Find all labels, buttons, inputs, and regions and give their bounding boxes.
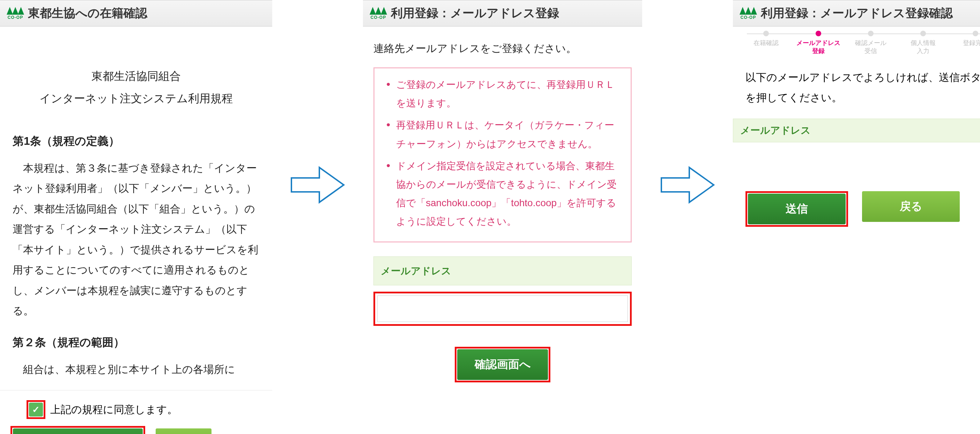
step-label: 登録完了 bbox=[963, 39, 980, 47]
agree-button-highlight: 規程に同意して進む bbox=[11, 426, 145, 434]
panel3-title: 利用登録：メールアドレス登録確認 bbox=[761, 5, 953, 21]
checkbox-highlight: ✓ bbox=[27, 400, 45, 419]
step-item: 登録完了 bbox=[949, 31, 980, 47]
coop-logo-icon: CO-OP bbox=[7, 7, 24, 19]
flow-arrow-2-icon bbox=[656, 0, 719, 216]
panel1-header: CO-OP 東都生協への在籍確認 bbox=[0, 0, 272, 27]
send-button[interactable]: 送信 bbox=[748, 194, 846, 224]
step-dot-icon bbox=[920, 31, 926, 36]
panel2-subtext: 連絡先メールアドレスをご登録ください。 bbox=[374, 38, 632, 58]
to-confirm-button[interactable]: 確認画面へ bbox=[457, 349, 548, 380]
agree-checkbox-icon[interactable]: ✓ bbox=[29, 402, 43, 417]
article1-body: 本規程は、第３条に基づき登録された「インターネット登録利用者」（以下「メンバー」… bbox=[13, 158, 260, 321]
confirm-button-highlight: 確認画面へ bbox=[455, 347, 550, 382]
article1-heading: 第1条（規程の定義） bbox=[13, 130, 260, 152]
step-dot-icon bbox=[763, 31, 769, 36]
back-button[interactable]: 戻る bbox=[156, 428, 212, 434]
step-dot-icon bbox=[868, 31, 873, 36]
email-display-value bbox=[733, 142, 980, 177]
intro-line2: インターネット注文システム利用規程 bbox=[13, 87, 260, 110]
article2-body: 組合は、本規程と別に本サイト上の各場所に bbox=[13, 359, 260, 380]
intro-line1: 東都生活協同組合 bbox=[13, 65, 260, 87]
article2-heading: 第２条（規程の範囲） bbox=[13, 332, 260, 353]
email-input-highlight bbox=[374, 292, 632, 326]
progress-stepper: 在籍確認 メールアドレス 登録 確認メール 受信 個人情報 入力 登録完了 bbox=[733, 27, 980, 58]
agree-proceed-button[interactable]: 規程に同意して進む bbox=[13, 428, 143, 434]
step-label: 在籍確認 bbox=[754, 39, 779, 47]
step-item: 在籍確認 bbox=[740, 31, 792, 47]
panel2-title: 利用登録：メールアドレス登録 bbox=[391, 5, 559, 21]
step-dot-icon bbox=[973, 31, 978, 36]
note-item: ご登録のメールアドレスあてに、再登録用ＵＲＬを送ります。 bbox=[387, 75, 621, 112]
confirm-instruction: 以下のメールアドレスでよろしければ、送信ボタンを押してください。 bbox=[733, 58, 980, 115]
email-field-label: メールアドレス bbox=[733, 119, 980, 142]
panel-email-register: CO-OP 利用登録：メールアドレス登録 連絡先メールアドレスをご登録ください。… bbox=[363, 0, 642, 382]
back-button[interactable]: 戻る bbox=[862, 191, 960, 222]
note-item: 再登録用ＵＲＬは、ケータイ（ガラケー・フィーチャーフォン）からはアクセスできませ… bbox=[387, 116, 621, 153]
email-input[interactable] bbox=[377, 296, 628, 322]
send-button-highlight: 送信 bbox=[746, 191, 848, 227]
notes-box: ご登録のメールアドレスあてに、再登録用ＵＲＬを送ります。 再登録用ＵＲＬは、ケー… bbox=[374, 67, 632, 242]
step-label: メールアドレス 登録 bbox=[796, 39, 840, 56]
step-item: 個人情報 入力 bbox=[897, 31, 949, 56]
panel1-footer: ✓ 上記の規程に同意します。 規程に同意して進む 戻る bbox=[0, 390, 272, 434]
panel3-header: CO-OP 利用登録：メールアドレス登録確認 bbox=[733, 0, 980, 27]
coop-logo-icon: CO-OP bbox=[740, 7, 757, 19]
panel-email-confirm: CO-OP 利用登録：メールアドレス登録確認 在籍確認 メールアドレス 登録 確… bbox=[733, 0, 980, 241]
coop-logo-icon: CO-OP bbox=[370, 7, 387, 19]
note-item: ドメイン指定受信を設定されている場合、東都生協からのメールが受信できるように、ド… bbox=[387, 157, 621, 231]
step-dot-icon bbox=[816, 31, 821, 36]
panel1-body: 東都生活協同組合 インターネット注文システム利用規程 第1条（規程の定義） 本規… bbox=[0, 27, 272, 390]
panel-membership-check: CO-OP 東都生協への在籍確認 東都生活協同組合 インターネット注文システム利… bbox=[0, 0, 272, 434]
panel2-header: CO-OP 利用登録：メールアドレス登録 bbox=[363, 0, 642, 27]
step-label: 確認メール 受信 bbox=[855, 39, 886, 56]
agree-label: 上記の規程に同意します。 bbox=[50, 402, 178, 417]
panel2-body: 連絡先メールアドレスをご登録ください。 ご登録のメールアドレスあてに、再登録用Ｕ… bbox=[363, 27, 642, 382]
flow-arrow-1-icon bbox=[286, 0, 349, 216]
email-field-label: メールアドレス bbox=[374, 256, 632, 285]
panel1-title: 東都生協への在籍確認 bbox=[28, 5, 147, 21]
step-label: 個人情報 入力 bbox=[910, 39, 935, 56]
step-item: 確認メール 受信 bbox=[845, 31, 897, 56]
terms-intro: 東都生活協同組合 インターネット注文システム利用規程 bbox=[13, 65, 260, 110]
step-item: メールアドレス 登録 bbox=[792, 31, 845, 56]
agree-checkbox-row[interactable]: ✓ 上記の規程に同意します。 bbox=[27, 400, 262, 419]
